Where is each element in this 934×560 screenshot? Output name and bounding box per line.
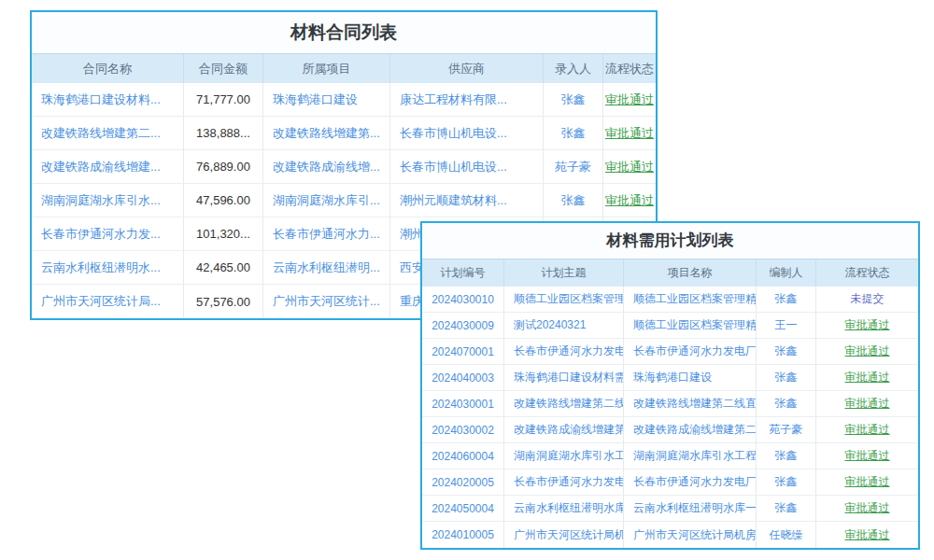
table-row: 湖南洞庭湖水库引水...47,596.00湖南洞庭湖水库引...潮州元顺建筑材料… <box>32 184 656 217</box>
cell-project-name[interactable]: 珠海鹤港口建设 <box>624 365 757 390</box>
cell-contract-name[interactable]: 云南水利枢纽潜明水... <box>32 251 184 284</box>
contract-table-header: 合同名称合同金额所属项目供应商录入人流程状态 <box>32 53 656 83</box>
cell-project-name[interactable]: 长春市伊通河水力发电厂... <box>624 339 757 364</box>
column-header-compiler-name: 编制人 <box>757 259 816 287</box>
column-header-flow-status: 流程状态 <box>816 259 918 287</box>
cell-flow-status[interactable]: 审批通过 <box>816 313 918 338</box>
column-header-contract-name: 合同名称 <box>32 54 184 83</box>
cell-plan-subject[interactable]: 改建铁路成渝线增建第... <box>504 417 624 442</box>
cell-project-name[interactable]: 顺德工业园区档案管理精... <box>624 287 757 312</box>
column-header-flow-status: 流程状态 <box>603 54 656 83</box>
cell-plan-number[interactable]: 2024030010 <box>422 287 504 312</box>
cell-flow-status[interactable]: 审批通过 <box>816 443 918 469</box>
cell-compiler-name: 张鑫 <box>757 469 816 495</box>
cell-compiler-name: 张鑫 <box>757 365 816 390</box>
table-row: 2024010005广州市天河区统计局机...广州市天河区统计局机房...任晓缲… <box>422 522 918 548</box>
cell-plan-subject[interactable]: 广州市天河区统计局机... <box>504 522 624 548</box>
table-row: 改建铁路成渝线增建...76,889.00改建铁路成渝线增...长春市博山机电设… <box>32 150 656 184</box>
cell-plan-subject[interactable]: 改建铁路线增建第二线... <box>504 391 624 416</box>
table-row: 2024030001改建铁路线增建第二线...改建铁路线增建第二线直...张鑫审… <box>422 391 918 417</box>
cell-supplier-name[interactable]: 长春市博山机电设... <box>390 117 544 149</box>
table-row: 珠海鹤港口建设材料...71,777.00珠海鹤港口建设康达工程材料有限...张… <box>32 83 656 117</box>
cell-contract-name[interactable]: 改建铁路线增建第二... <box>32 117 184 149</box>
column-header-project-name: 项目名称 <box>624 259 757 287</box>
cell-plan-subject[interactable]: 测试20240321 <box>504 313 624 338</box>
cell-flow-status[interactable]: 审批通过 <box>603 184 656 217</box>
cell-compiler-name: 张鑫 <box>757 443 816 469</box>
cell-flow-status[interactable]: 审批通过 <box>603 117 656 149</box>
cell-project-name[interactable]: 改建铁路线增建第... <box>263 117 390 149</box>
cell-plan-subject[interactable]: 云南水利枢纽潜明水库... <box>504 496 624 521</box>
cell-plan-subject[interactable]: 顺德工业园区档案管理... <box>504 287 624 312</box>
table-row: 2024050004云南水利枢纽潜明水库...云南水利枢纽潜明水库一...张鑫审… <box>422 496 918 522</box>
table-row: 2024070001长春市伊通河水力发电...长春市伊通河水力发电厂...张鑫审… <box>422 339 918 365</box>
cell-project-name[interactable]: 云南水利枢纽潜明水库一... <box>624 496 757 521</box>
cell-flow-status[interactable]: 审批通过 <box>816 522 918 548</box>
cell-project-name[interactable]: 改建铁路成渝线增建第二... <box>624 417 757 442</box>
cell-project-name[interactable]: 顺德工业园区档案管理精... <box>624 313 757 338</box>
cell-plan-number[interactable]: 2024030001 <box>422 391 504 416</box>
cell-compiler-name: 张鑫 <box>757 496 816 521</box>
cell-supplier-name[interactable]: 长春市博山机电设... <box>390 150 544 183</box>
cell-contract-name[interactable]: 长春市伊通河水力发... <box>32 217 184 250</box>
cell-entry-person: 张鑫 <box>544 184 603 217</box>
cell-contract-amount: 71,777.00 <box>184 83 263 116</box>
cell-project-name[interactable]: 云南水利枢纽潜明... <box>263 251 390 284</box>
cell-project-name[interactable]: 改建铁路成渝线增... <box>263 150 390 183</box>
cell-plan-number[interactable]: 2024030002 <box>422 417 504 442</box>
table-row: 2024020005长春市伊通河水力发电...长春市伊通河水力发电厂...张鑫审… <box>422 469 918 496</box>
cell-contract-name[interactable]: 广州市天河区统计局... <box>32 285 184 318</box>
cell-project-name[interactable]: 广州市天河区统计局机房... <box>624 522 757 548</box>
cell-compiler-name: 任晓缲 <box>757 522 816 548</box>
cell-plan-number[interactable]: 2024060004 <box>422 443 504 469</box>
cell-compiler-name: 张鑫 <box>757 339 816 364</box>
cell-contract-name[interactable]: 改建铁路成渝线增建... <box>32 150 184 183</box>
cell-flow-status[interactable]: 审批通过 <box>816 496 918 521</box>
plan-list-title: 材料需用计划列表 <box>422 223 918 259</box>
column-header-supplier-name: 供应商 <box>390 54 544 83</box>
table-row: 2024040003珠海鹤港口建设材料需...珠海鹤港口建设张鑫审批通过 <box>422 365 918 391</box>
cell-contract-name[interactable]: 珠海鹤港口建设材料... <box>32 83 184 116</box>
cell-project-name[interactable]: 广州市天河区统计... <box>263 285 390 318</box>
cell-flow-status[interactable]: 审批通过 <box>603 83 656 116</box>
cell-project-name[interactable]: 改建铁路线增建第二线直... <box>624 391 757 416</box>
plan-list-panel: 材料需用计划列表 计划编号计划主题项目名称编制人流程状态 2024030010顺… <box>420 221 920 550</box>
cell-plan-number[interactable]: 2024070001 <box>422 339 504 364</box>
cell-flow-status[interactable]: 审批通过 <box>816 391 918 416</box>
dashboard-canvas: 材料合同列表 合同名称合同金额所属项目供应商录入人流程状态 珠海鹤港口建设材料.… <box>0 0 934 560</box>
cell-flow-status[interactable]: 审批通过 <box>816 339 918 364</box>
cell-contract-amount: 57,576.00 <box>184 285 263 318</box>
table-row: 2024060004湖南洞庭湖水库引水工...湖南洞庭湖水库引水工程...张鑫审… <box>422 443 918 469</box>
cell-project-name[interactable]: 珠海鹤港口建设 <box>263 83 390 116</box>
cell-flow-status[interactable]: 审批通过 <box>816 469 918 495</box>
cell-flow-status[interactable]: 审批通过 <box>816 365 918 390</box>
cell-contract-name[interactable]: 湖南洞庭湖水库引水... <box>32 184 184 217</box>
cell-flow-status[interactable]: 审批通过 <box>816 417 918 442</box>
cell-plan-subject[interactable]: 长春市伊通河水力发电... <box>504 469 624 495</box>
table-row: 2024030010顺德工业园区档案管理...顺德工业园区档案管理精...张鑫未… <box>422 287 918 313</box>
cell-contract-amount: 101,320... <box>184 217 263 250</box>
cell-project-name[interactable]: 长春市伊通河水力... <box>263 217 390 250</box>
cell-plan-subject[interactable]: 长春市伊通河水力发电... <box>504 339 624 364</box>
cell-plan-number[interactable]: 2024050004 <box>422 496 504 521</box>
column-header-entry-person: 录入人 <box>544 54 603 83</box>
cell-flow-status[interactable]: 审批通过 <box>603 150 656 183</box>
cell-project-name[interactable]: 湖南洞庭湖水库引... <box>263 184 390 217</box>
cell-supplier-name[interactable]: 潮州元顺建筑材料... <box>390 184 544 217</box>
cell-project-name[interactable]: 湖南洞庭湖水库引水工程... <box>624 443 757 469</box>
cell-flow-status[interactable]: 未提交 <box>816 287 918 312</box>
column-header-contract-amount: 合同金额 <box>184 54 263 83</box>
cell-supplier-name[interactable]: 康达工程材料有限... <box>390 83 544 116</box>
plan-table-body: 2024030010顺德工业园区档案管理...顺德工业园区档案管理精...张鑫未… <box>422 287 918 548</box>
cell-plan-number[interactable]: 2024030009 <box>422 313 504 338</box>
cell-plan-subject[interactable]: 湖南洞庭湖水库引水工... <box>504 443 624 469</box>
cell-plan-number[interactable]: 2024010005 <box>422 522 504 548</box>
cell-compiler-name: 张鑫 <box>757 391 816 416</box>
cell-plan-number[interactable]: 2024040003 <box>422 365 504 390</box>
plan-table-header: 计划编号计划主题项目名称编制人流程状态 <box>422 259 918 287</box>
cell-entry-person: 苑子豪 <box>544 150 603 183</box>
cell-project-name[interactable]: 长春市伊通河水力发电厂... <box>624 469 757 495</box>
cell-contract-amount: 47,596.00 <box>184 184 263 217</box>
cell-plan-number[interactable]: 2024020005 <box>422 469 504 495</box>
cell-plan-subject[interactable]: 珠海鹤港口建设材料需... <box>504 365 624 390</box>
